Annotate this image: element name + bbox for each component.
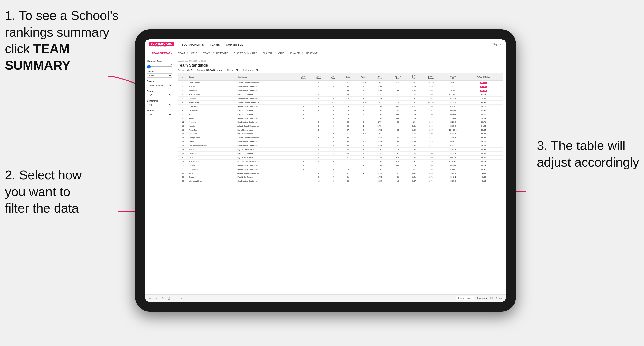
table-cell: 1.98 [407, 112, 421, 116]
instruction-2: 2. Select how you want to filter the dat… [5, 167, 82, 217]
table-cell: California [188, 152, 236, 156]
table-cell: 4 [340, 81, 356, 85]
filter-row: Gender: Men's Division: NCAA Division I … [178, 69, 503, 71]
tab-player-h2h-grid[interactable]: PLAYER H2H GRID [260, 50, 287, 57]
nav-teams[interactable]: TEAMS [210, 42, 220, 47]
sign-out[interactable]: | Sign out [492, 43, 502, 46]
instruction-1: 1. To see a School's rankings summary cl… [5, 7, 133, 74]
table-cell: - [296, 156, 311, 160]
col-rnds: Rnds [340, 73, 356, 81]
col-vs25: Vs Top25 [441, 73, 464, 81]
table-cell: 9 [356, 167, 372, 171]
table-cell: 23 [340, 116, 356, 120]
table-cell: 9 [326, 140, 340, 144]
table-cell: 58.94 [464, 116, 503, 120]
table-cell: Big Ten Conference [236, 148, 296, 152]
toolbar-time[interactable]: ◴ [180, 296, 184, 300]
tab-team-h2h-grid[interactable]: TEAM H2H GRID [175, 50, 200, 57]
table-cell: 24 [340, 124, 356, 128]
table-cell: 86-26-1 [441, 112, 464, 116]
table-cell: 97-21-1 [441, 132, 464, 136]
minimum-rounds-slider[interactable] [147, 66, 172, 67]
table-row: 6Florida StateAtlantic Coast Conference-… [178, 101, 503, 105]
table-cell: 7 [326, 175, 340, 179]
table-cell: 273.6 [372, 85, 388, 89]
table-cell: 262 [421, 108, 441, 112]
table-cell: 6 [356, 85, 372, 89]
table-cell: 1.85 [407, 128, 421, 132]
toolbar-expand[interactable]: ❐ [490, 296, 494, 300]
table-cell: 276.9 [372, 128, 388, 132]
table-row: 18IllinoisBig Ten Conference-18223279.1-… [178, 148, 503, 152]
table-cell: Pac-12 Conference [236, 112, 296, 116]
watch-button[interactable]: 👁 Watch ▼ [476, 297, 487, 299]
table-cell: 265 [421, 136, 441, 140]
toolbar-back[interactable]: ← [148, 296, 152, 300]
gender-select[interactable]: Men's [147, 73, 172, 78]
col-no-tour: NoTour [326, 73, 340, 81]
school-label: School [147, 109, 172, 112]
nav-committee[interactable]: COMMITTEE [226, 42, 243, 47]
table-cell: 16 [178, 140, 188, 144]
toolbar-forward[interactable]: → [154, 296, 159, 300]
table-cell: 262 [421, 97, 441, 101]
table-cell: 23 [340, 112, 356, 116]
col-avg-to-par: Avg. toPar [388, 73, 407, 81]
table-cell: 117-4-0 [441, 85, 464, 89]
school-select[interactable]: (All) [147, 113, 172, 117]
table-cell: 27 [340, 128, 356, 132]
table-cell: 2.77 [407, 89, 421, 93]
minimum-rounds-section: Minimum Rou... 0 30 [147, 60, 172, 68]
table-row: 4Arizona StatePac-12 Conference-14264274… [178, 93, 503, 97]
table-cell: 258 [421, 140, 441, 144]
table-cell: Arizona State [188, 93, 236, 97]
table-cell: 264 [407, 101, 421, 105]
toolbar-refresh[interactable]: ↻ [161, 296, 164, 300]
gender-filter-label: Gender: [178, 69, 186, 71]
gender-section: Gender Men's [147, 70, 172, 78]
table-cell: 2 [311, 89, 326, 93]
table-cell: 8 [326, 160, 340, 164]
table-cell: 2 [311, 108, 326, 112]
tab-team-summary[interactable]: TEAM SUMMARY [149, 50, 175, 57]
table-cell: -3.1 [388, 175, 407, 179]
table-cell: 42.98 [464, 171, 503, 175]
division-select[interactable]: NCAA Division I [147, 83, 172, 87]
table-cell: 17 [178, 144, 188, 148]
table-cell: Auburn [188, 85, 236, 89]
table-cell: 24 [340, 144, 356, 148]
tab-player-h2h-heatmap[interactable]: PLAYER H2H HEATMAP [287, 50, 321, 57]
table-cell: 276.8 [356, 132, 372, 136]
region-select[interactable]: N/A [147, 93, 172, 97]
table-cell: 83-15-0 [441, 124, 464, 128]
view-original-button[interactable]: 👁 View: Original [456, 296, 474, 300]
table-cell: 221 [421, 171, 441, 175]
table-cell: - [296, 89, 311, 93]
conference-select[interactable]: (All) [147, 103, 172, 107]
division-section: Division NCAA Division I [147, 80, 172, 87]
share-button[interactable]: ⇧ Share [496, 297, 503, 299]
table-cell: 1.85 [407, 136, 421, 140]
toolbar-copy[interactable]: 📋 [166, 296, 172, 300]
table-cell: 1 [311, 144, 326, 148]
table-cell: Big 12 Conference [236, 132, 296, 136]
table-cell: - [296, 85, 311, 89]
table-cell: 90-51-2 [441, 171, 464, 175]
table-cell: - [296, 164, 311, 167]
table-cell: 277.5 [372, 140, 388, 144]
region-filter-value: All [236, 69, 238, 71]
table-cell: 2.52 [407, 93, 421, 97]
nav-tournaments[interactable]: TOURNAMENTS [182, 42, 204, 47]
toolbar-more[interactable]: ⋯ [174, 296, 178, 300]
col-wins: Wins [356, 73, 372, 81]
table-cell: 8 [326, 179, 340, 183]
table-cell: 209 [421, 132, 441, 136]
table-cell: 265 [421, 105, 441, 108]
table-cell: -1.4 [388, 148, 407, 152]
instruction-3-line1: 3. The table will [537, 138, 625, 153]
tab-team-h2h-heatmap[interactable]: TEAM H2H HEATMAP [200, 50, 231, 57]
table-cell: 2 [356, 112, 372, 116]
table-cell: 12 [178, 124, 188, 128]
col-conference: Conference [236, 73, 296, 81]
tab-player-summary[interactable]: PLAYER SUMMARY [231, 50, 260, 57]
